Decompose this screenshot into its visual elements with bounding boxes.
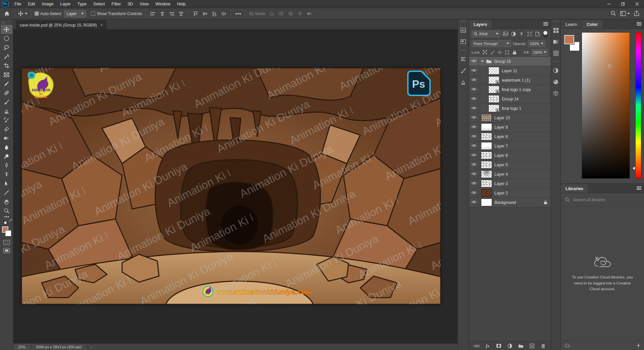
crop-tool-icon[interactable]	[1, 61, 12, 70]
menu-file[interactable]: File	[11, 0, 24, 8]
menu-edit[interactable]: Edit	[24, 0, 39, 8]
default-swap-colors-icon[interactable]	[2, 220, 12, 224]
link-layers-icon[interactable]	[473, 343, 480, 349]
edit-toolbar-icon[interactable]	[1, 216, 12, 218]
libraries-panel-menu-icon[interactable]	[637, 186, 641, 191]
filter-shape-layers-icon[interactable]	[526, 31, 533, 37]
status-chevron-icon[interactable]: ›	[87, 345, 95, 349]
cave-artwork[interactable]: Animation Ki Duniya Animation Ki Duniya	[21, 68, 441, 304]
dodge-tool-icon[interactable]	[1, 152, 12, 161]
hand-tool-icon[interactable]	[1, 197, 12, 206]
filter-adjustment-layers-icon[interactable]	[510, 31, 517, 37]
layer-name[interactable]: final logo 1	[502, 106, 521, 111]
filter-kind-dropdown[interactable]: Kind	[472, 31, 500, 37]
visibility-toggle[interactable]	[469, 170, 479, 179]
collapsed-3d-panel-icon[interactable]	[552, 90, 559, 97]
collapsed-swatches-panel-icon[interactable]	[552, 27, 559, 34]
more-options-icon[interactable]	[234, 10, 242, 17]
visibility-toggle[interactable]	[469, 198, 479, 207]
lock-artboard-icon[interactable]	[504, 50, 510, 55]
foreground-color-swatch[interactable]	[564, 35, 574, 44]
layer-thumbnail[interactable]	[488, 86, 499, 93]
layer-row-layer-8[interactable]: Layer 8	[469, 132, 551, 141]
menu-image[interactable]: Image	[39, 0, 57, 8]
marquee-tool-icon[interactable]	[1, 34, 12, 43]
layer-name[interactable]: Layer 9	[494, 125, 508, 130]
layer-row-final-logo-1[interactable]: final logo 1	[469, 104, 551, 113]
panel-drag-dots[interactable]	[461, 50, 466, 51]
layer-row-layer-4[interactable]: Layer 4	[469, 170, 551, 179]
frame-tool-icon[interactable]	[1, 70, 12, 79]
visibility-toggle[interactable]	[469, 94, 479, 103]
new-group-icon[interactable]	[518, 343, 524, 349]
hue-slider-marker[interactable]	[633, 167, 635, 170]
lock-all-icon[interactable]	[512, 50, 517, 55]
visibility-toggle[interactable]	[469, 141, 479, 150]
lasso-tool-icon[interactable]	[1, 43, 12, 52]
menu-filter[interactable]: Filter	[108, 0, 124, 8]
layer-name[interactable]: Layer 2	[494, 191, 508, 195]
collapsed-styles-panel-icon[interactable]	[552, 79, 559, 85]
close-tab-icon[interactable]: ×	[100, 23, 103, 28]
toolbar-collapse-chevron[interactable]: »	[0, 19, 13, 25]
layer-thumbnail[interactable]	[481, 161, 492, 169]
show-transform-checkbox[interactable]: Show Transform Controls	[91, 11, 142, 16]
visibility-toggle[interactable]	[469, 113, 479, 122]
visibility-toggle[interactable]	[469, 151, 479, 160]
layer-name[interactable]: Layer 6	[494, 153, 508, 158]
layer-thumbnail[interactable]	[488, 104, 499, 112]
lock-transparency-icon[interactable]	[482, 50, 488, 55]
visibility-toggle[interactable]	[469, 132, 479, 141]
3d-roll-icon[interactable]	[278, 10, 285, 17]
opacity-field[interactable]: 100%	[528, 40, 545, 47]
panel-drag-dots[interactable]	[553, 21, 558, 22]
menu-window[interactable]: Window	[152, 0, 173, 8]
panel-drag-dots[interactable]	[553, 61, 558, 62]
layer-thumbnail[interactable]	[488, 67, 499, 75]
tool-preset[interactable]	[18, 11, 28, 16]
tab-layers[interactable]: Layers	[469, 20, 492, 29]
layers-panel-menu-icon[interactable]	[543, 22, 548, 27]
collapsed-adjustments-panel-icon[interactable]	[552, 67, 559, 74]
distribute-horizontal-icon[interactable]	[220, 10, 227, 17]
hue-slider[interactable]	[635, 32, 641, 179]
color-picker-cursor[interactable]	[608, 64, 611, 68]
layer-name[interactable]: Group 15	[494, 59, 511, 64]
layer-name[interactable]: Layer 10	[494, 116, 510, 120]
menu-select[interactable]: Select	[90, 0, 108, 8]
visibility-toggle[interactable]	[469, 179, 479, 188]
document-info[interactable]: 5000 px x 2813 px (300 ppi)	[31, 344, 87, 350]
layer-thumbnail[interactable]	[481, 170, 492, 178]
saturation-brightness-picker[interactable]	[582, 32, 630, 179]
restore-button[interactable]	[616, 0, 630, 8]
new-layer-icon[interactable]	[529, 343, 535, 349]
visibility-toggle[interactable]	[469, 66, 479, 75]
line-tool-icon[interactable]	[1, 188, 12, 197]
collapsed-brush-settings-panel-icon[interactable]	[460, 67, 467, 74]
layer-row-layer-10[interactable]: Layer 10	[469, 113, 551, 123]
move-tool-icon[interactable]	[1, 25, 12, 34]
brush-tool-icon[interactable]	[1, 97, 12, 106]
foreground-background-swatches[interactable]	[2, 226, 12, 236]
collapsed-clone-source-panel-icon[interactable]	[460, 79, 467, 85]
tab-color[interactable]: Color	[582, 20, 603, 29]
layer-thumbnail[interactable]	[481, 151, 492, 159]
filter-toggle-switch[interactable]	[543, 31, 548, 37]
search-icon[interactable]	[610, 10, 616, 17]
lock-pixels-icon[interactable]	[489, 50, 495, 55]
type-tool-icon[interactable]: T	[1, 170, 12, 179]
layer-row-layer-6[interactable]: Layer 6	[469, 151, 551, 160]
libraries-search-field[interactable]: Search all libraries	[561, 193, 644, 207]
expand-collapse-chevron-icon[interactable]	[481, 60, 484, 62]
layer-row-layer-11[interactable]: Layer 11	[469, 66, 551, 76]
menu-3d[interactable]: 3D	[124, 0, 136, 8]
visibility-toggle[interactable]	[469, 160, 479, 169]
tab-learn[interactable]: Learn	[561, 20, 582, 29]
layer-name[interactable]: Layer 7	[494, 144, 508, 148]
layer-thumbnail[interactable]	[481, 189, 492, 197]
history-brush-tool-icon[interactable]	[1, 116, 12, 125]
collapsed-gradients-panel-icon[interactable]	[552, 38, 559, 45]
layer-name[interactable]: watermark 1 (1)	[502, 78, 530, 83]
menu-type[interactable]: Type	[74, 0, 90, 8]
lock-position-icon[interactable]	[497, 50, 502, 55]
